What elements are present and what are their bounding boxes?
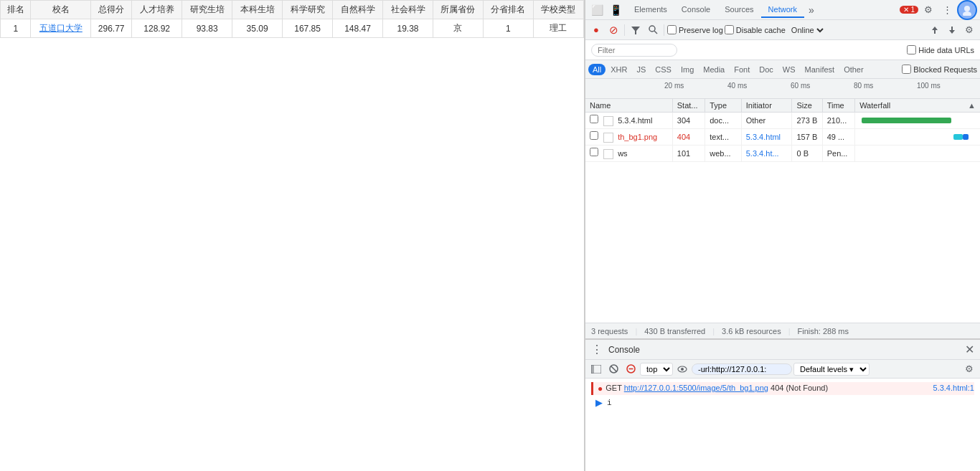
preserve-log-checkbox[interactable] [667, 25, 677, 34]
type-filter-css[interactable]: CSS [651, 64, 676, 75]
console-error-url[interactable]: http://127.0.0.1:5500/image/5/th_bg1.png [624, 384, 768, 392]
tab-console[interactable]: Console [674, 2, 717, 18]
th-initiator[interactable]: Initiator [741, 99, 792, 113]
net-type-1: doc... [705, 113, 742, 129]
th-size[interactable]: Size [792, 99, 822, 113]
search-button[interactable] [645, 22, 661, 38]
type-filter-js[interactable]: JS [632, 64, 650, 75]
filter-icon [631, 25, 641, 35]
type-filter-media[interactable]: Media [699, 64, 729, 75]
more-tabs-button[interactable]: » [804, 1, 819, 19]
inspect-element-button[interactable]: ⬜ [588, 1, 606, 19]
cell-school-name[interactable]: 五道口大学 [31, 19, 91, 38]
console-clear-icon [609, 364, 618, 374]
upload-icon [930, 26, 939, 34]
svg-point-14 [681, 368, 684, 371]
device-toggle-button[interactable]: 📱 [607, 1, 624, 19]
network-row-1[interactable]: 5.3.4.html 304 doc... Other 273 B 210... [585, 113, 980, 129]
avatar[interactable] [957, 0, 977, 20]
net-name-1: 5.3.4.html [585, 113, 672, 129]
blocked-requests-checkbox[interactable] [902, 65, 911, 74]
net-initiator-1: Other [741, 113, 792, 129]
console-stop-button[interactable] [623, 361, 639, 377]
th-type[interactable]: Type [705, 99, 742, 113]
console-clear-button[interactable] [606, 361, 621, 377]
cell-province-rank: 1 [483, 19, 533, 38]
type-filter-img[interactable]: Img [677, 64, 698, 75]
console-prompt-arrow: ▶ [595, 397, 603, 408]
disable-cache-label[interactable]: Disable cache [725, 25, 786, 34]
settings-button[interactable]: ⚙ [920, 1, 937, 19]
network-row-3[interactable]: ws 101 web... 5.3.4.ht... 0 B Pen... [585, 146, 980, 162]
console-panel: ⋮ Console ✕ [585, 338, 980, 471]
console-header: ⋮ Console ✕ [585, 340, 980, 360]
col-header-school: 校名 [31, 1, 91, 19]
hide-data-urls-label[interactable]: Hide data URLs [907, 45, 974, 54]
console-levels-select[interactable]: Default levels ▾ [793, 363, 870, 376]
col-header-talent: 人才培养 [132, 1, 182, 19]
type-filter-ws[interactable]: WS [778, 64, 800, 75]
blocked-requests-label[interactable]: Blocked Requests [902, 65, 977, 74]
console-context-select[interactable]: top [640, 363, 673, 376]
disable-cache-checkbox[interactable] [725, 25, 734, 34]
cell-postgrad: 93.83 [182, 19, 232, 38]
console-filter-input[interactable] [692, 363, 792, 375]
th-time[interactable]: Time [822, 99, 854, 113]
console-sidebar-button[interactable] [588, 361, 604, 377]
th-status[interactable]: Stat... [672, 99, 705, 113]
stop-recording-button[interactable]: ⊘ [606, 22, 621, 38]
col-header-undergrad: 本科生培 [232, 1, 283, 19]
col-header-province-rank: 分省排名 [483, 1, 533, 19]
console-dots-button[interactable]: ⋮ [591, 343, 603, 356]
timeline-60ms: 60 ms [791, 82, 810, 90]
upload-button[interactable] [927, 22, 943, 38]
network-settings-button[interactable]: ⚙ [961, 22, 977, 38]
tab-network[interactable]: Network [761, 2, 804, 18]
type-filter-xhr[interactable]: XHR [606, 64, 631, 75]
type-filter-doc[interactable]: Doc [755, 64, 778, 75]
network-row-2[interactable]: th_bg1.png 404 text... 5.3.4.html 157 B … [585, 129, 980, 146]
more-options-button[interactable]: ⋮ [938, 1, 956, 19]
network-requests-table-container[interactable]: Name Stat... Type Initiator Size Time Wa… [585, 99, 980, 323]
record-button[interactable]: ● [588, 22, 604, 38]
col-header-natural: 自然科学 [333, 1, 383, 19]
net-waterfall-1 [855, 113, 980, 129]
net-name-3: ws [585, 146, 672, 162]
net-time-2: 49 ... [822, 129, 854, 146]
svg-marker-2 [631, 27, 640, 34]
hide-data-urls-checkbox[interactable] [907, 45, 916, 54]
col-header-research: 科学研究 [283, 1, 333, 19]
download-button[interactable] [944, 22, 960, 38]
type-filter-font[interactable]: Font [730, 64, 754, 75]
svg-marker-6 [949, 27, 955, 34]
net-initiator-3[interactable]: 5.3.4.ht... [741, 146, 792, 162]
tab-elements[interactable]: Elements [627, 2, 674, 18]
row-checkbox-2[interactable] [590, 131, 598, 140]
row-checkbox-3[interactable] [590, 148, 598, 156]
row-checkbox-1[interactable] [590, 115, 598, 123]
console-prompt-input[interactable] [607, 399, 707, 407]
net-initiator-2[interactable]: 5.3.4.html [741, 129, 792, 146]
download-icon [948, 26, 956, 34]
svg-line-4 [654, 31, 657, 34]
tab-sources[interactable]: Sources [717, 2, 760, 18]
type-filter-other[interactable]: Other [839, 64, 868, 75]
console-sidebar-icon [591, 365, 601, 374]
console-error-source[interactable]: 5.3.4.html:1 [933, 384, 974, 392]
waterfall-timeline: 20 ms 40 ms 60 ms 80 ms 100 ms [585, 79, 980, 99]
type-filter-manifest[interactable]: Manifest [801, 64, 839, 75]
console-settings-button[interactable]: ⚙ [961, 361, 977, 377]
type-filter-all[interactable]: All [588, 64, 606, 75]
filter-button[interactable] [628, 22, 644, 38]
timeline-100ms: 100 ms [917, 82, 941, 90]
th-waterfall[interactable]: Waterfall ▲ [855, 99, 980, 113]
filter-input[interactable] [591, 44, 677, 57]
console-error-line: ● GET http://127.0.0.1:5500/image/5/th_b… [591, 382, 974, 395]
console-eye-button[interactable] [674, 361, 690, 377]
throttle-select[interactable]: Online [788, 25, 826, 35]
file-icon-3 [603, 149, 613, 159]
preserve-log-label[interactable]: Preserve log [667, 25, 723, 34]
th-name[interactable]: Name [585, 99, 672, 113]
timeline-40ms: 40 ms [727, 82, 747, 90]
console-close-button[interactable]: ✕ [965, 343, 974, 356]
